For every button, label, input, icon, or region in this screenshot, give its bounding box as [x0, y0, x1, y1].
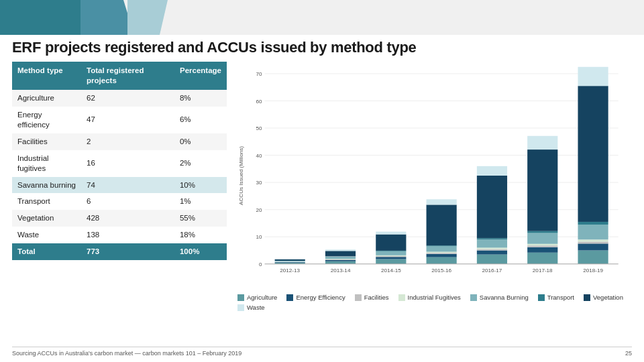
- cell-total-method: Total: [12, 243, 81, 260]
- legend-swatch: [584, 294, 590, 301]
- svg-rect-73: [578, 67, 608, 86]
- cell-method: Industrial fugitives: [12, 150, 81, 177]
- col-percentage: Percentage: [174, 62, 227, 90]
- cell-total-percentage: 100%: [174, 243, 227, 260]
- svg-rect-61: [527, 233, 557, 244]
- legend-item: Vegetation: [584, 294, 623, 301]
- header-blue-block: [80, 0, 134, 35]
- cell-projects: 428: [81, 210, 174, 227]
- svg-rect-54: [477, 176, 507, 238]
- legend-label: Industrial Fugitives: [408, 294, 461, 301]
- footer: Sourcing ACCUs in Australia's carbon mar…: [12, 347, 632, 357]
- legend-swatch: [237, 294, 244, 301]
- legend-swatch: [286, 294, 293, 301]
- legend-swatch: [237, 304, 244, 311]
- svg-text:60: 60: [256, 99, 262, 105]
- svg-rect-39: [427, 257, 457, 264]
- cell-projects: 62: [81, 90, 174, 107]
- svg-rect-28: [325, 249, 356, 251]
- cell-method: Agriculture: [12, 90, 81, 107]
- svg-rect-34: [376, 251, 406, 255]
- svg-rect-71: [578, 222, 608, 225]
- svg-rect-62: [527, 231, 557, 233]
- footer-source: Sourcing ACCUs in Australia's carbon mar…: [12, 350, 241, 357]
- svg-rect-41: [427, 253, 457, 254]
- legend-item: Agriculture: [237, 294, 277, 301]
- svg-rect-36: [376, 235, 406, 251]
- cell-projects: 16: [81, 150, 174, 177]
- svg-rect-48: [477, 255, 507, 264]
- legend-label: Facilities: [364, 294, 389, 301]
- svg-rect-35: [376, 251, 406, 251]
- svg-rect-64: [527, 136, 557, 149]
- data-table: Method type Total registered projects Pe…: [12, 62, 227, 260]
- chart-section: ACCUs Issued (Millions) 0102030405060702…: [237, 62, 632, 342]
- svg-rect-42: [427, 252, 457, 253]
- svg-text:2017-18: 2017-18: [533, 267, 553, 274]
- page-title: ERF projects registered and ACCUs issued…: [12, 39, 417, 56]
- svg-rect-43: [427, 246, 457, 251]
- content-area: Method type Total registered projects Pe…: [12, 62, 632, 342]
- legend-item: Facilities: [355, 294, 389, 301]
- cell-percentage: 0%: [174, 133, 227, 150]
- cell-percentage: 55%: [174, 210, 227, 227]
- col-projects: Total registered projects: [81, 62, 174, 90]
- svg-text:10: 10: [256, 234, 262, 240]
- cell-percentage: 2%: [174, 150, 227, 177]
- svg-rect-49: [477, 251, 507, 255]
- table-section: Method type Total registered projects Pe…: [12, 62, 227, 342]
- svg-rect-70: [578, 225, 608, 239]
- y-axis-label: ACCUs Issued (Millions): [238, 146, 244, 205]
- svg-rect-33: [376, 255, 406, 256]
- table-row: Vegetation 428 55%: [12, 210, 227, 227]
- svg-text:2013-14: 2013-14: [331, 267, 351, 274]
- legend-swatch: [398, 294, 405, 301]
- legend-item: Transport: [538, 294, 574, 301]
- table-total-row: Total 773 100%: [12, 243, 227, 260]
- bar-chart: ACCUs Issued (Millions) 0102030405060702…: [237, 62, 632, 290]
- svg-rect-37: [376, 232, 406, 235]
- cell-projects: 138: [81, 227, 174, 243]
- svg-rect-40: [427, 254, 457, 257]
- legend-label: Transport: [547, 294, 574, 301]
- cell-percentage: 8%: [174, 90, 227, 107]
- svg-rect-24: [325, 259, 356, 260]
- svg-rect-30: [376, 259, 406, 263]
- svg-rect-58: [527, 247, 557, 253]
- table-row: Industrial fugitives 16 2%: [12, 150, 227, 177]
- svg-rect-53: [477, 238, 507, 239]
- svg-text:2014-15: 2014-15: [381, 267, 401, 274]
- cell-total-projects: 773: [81, 243, 174, 260]
- svg-text:70: 70: [256, 71, 262, 77]
- svg-rect-63: [527, 149, 557, 231]
- cell-projects: 2: [81, 133, 174, 150]
- svg-text:40: 40: [256, 153, 262, 159]
- cell-projects: 74: [81, 177, 174, 194]
- table-row: Savanna burning 74 10%: [12, 177, 227, 194]
- table-row: Energy efficiency 47 6%: [12, 107, 227, 133]
- svg-rect-18: [275, 261, 305, 261]
- svg-rect-46: [427, 199, 457, 204]
- svg-rect-66: [578, 251, 608, 264]
- svg-text:50: 50: [256, 125, 262, 131]
- svg-rect-50: [477, 249, 507, 250]
- legend-item: Energy Efficiency: [286, 294, 345, 301]
- cell-method: Energy efficiency: [12, 107, 81, 133]
- cell-percentage: 18%: [174, 227, 227, 243]
- svg-text:2015-16: 2015-16: [431, 267, 451, 274]
- svg-text:2012-13: 2012-13: [280, 267, 300, 274]
- cell-method: Waste: [12, 227, 81, 243]
- svg-rect-19: [275, 259, 305, 261]
- table-header-row: Method type Total registered projects Pe…: [12, 62, 227, 90]
- header-lightblue-block: [127, 0, 168, 35]
- svg-rect-17: [275, 262, 305, 263]
- svg-text:20: 20: [256, 207, 262, 213]
- cell-projects: 47: [81, 107, 174, 133]
- chart-container: ACCUs Issued (Millions) 0102030405060702…: [237, 62, 632, 290]
- table-row: Waste 138 18%: [12, 227, 227, 243]
- svg-rect-20: [275, 259, 305, 259]
- table-row: Transport 6 1%: [12, 193, 227, 210]
- legend-item: Industrial Fugitives: [398, 294, 461, 301]
- cell-percentage: 1%: [174, 193, 227, 210]
- svg-rect-68: [578, 242, 608, 244]
